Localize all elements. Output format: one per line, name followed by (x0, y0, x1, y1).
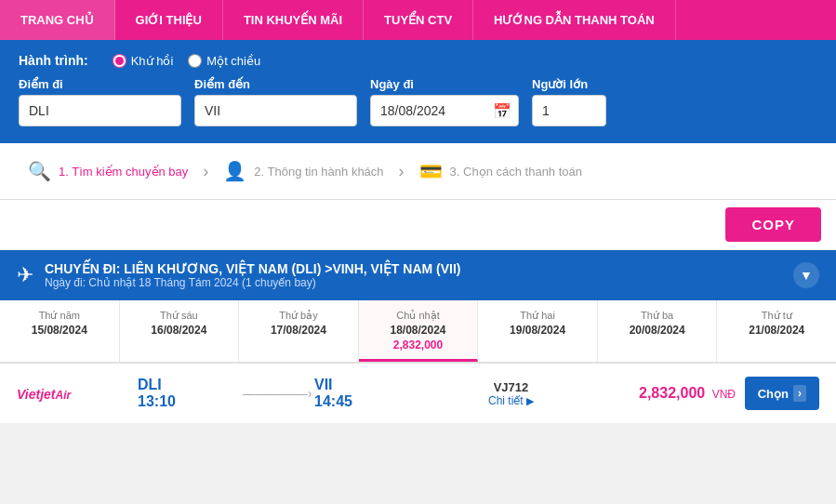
depart-time: 13:10 (138, 393, 240, 410)
flight-number: VJ712 (417, 380, 605, 394)
date-tab-1[interactable]: Thứ sáu 16/08/2024 (120, 300, 240, 362)
steps-wrapper: 🔍 1. Tìm kiếm chuyến bay › 👤 2. Thông ti… (0, 143, 836, 200)
ngay-di-group: Ngày đi 📅 (370, 77, 519, 126)
nav-huong-dan[interactable]: HƯỚNG DẪN THANH TOÁN (473, 0, 676, 40)
chi-tiet-link[interactable]: Chi tiết ▶ (417, 394, 605, 407)
date-val-0: 15/08/2024 (6, 324, 113, 337)
vietjet-logo: VietjetAir (17, 386, 138, 402)
copy-button[interactable]: COPY (725, 207, 821, 242)
flight-subtitle: Ngày đi: Chủ nhật 18 Tháng Tám 2024 (1 c… (45, 276, 461, 289)
ngay-di-label: Ngày đi (370, 77, 519, 91)
nav-tuyen-ctv[interactable]: TUYỂN CTV (364, 0, 473, 40)
price-val-3: 2,832,000 (365, 338, 472, 351)
step-3: 💳 3. Chọn cách thanh toán (419, 160, 582, 182)
search-fields: Điểm đi Điểm đến Ngày đi 📅 Người lớn (19, 77, 817, 126)
khu-hoi-radio[interactable]: Khứ hồi (113, 54, 174, 68)
flight-header-left: ✈ CHUYẾN ĐI: LIÊN KHƯƠNG, VIỆT NAM (DLI)… (17, 261, 461, 289)
flight-row: VietjetAir DLI 13:10 —————› VII 14:45 VJ… (0, 364, 836, 424)
step-2: 👤 2. Thông tin hành khách (223, 160, 383, 182)
select-col: Chọn › (736, 377, 819, 410)
day-name-2: Thứ bảy (245, 310, 352, 322)
date-val-4: 19/08/2024 (484, 324, 591, 337)
diem-den-label: Điểm đến (194, 77, 357, 91)
date-tabs: Thứ năm 15/08/2024 Thứ sáu 16/08/2024 Th… (0, 300, 836, 364)
date-val-6: 21/08/2024 (723, 324, 830, 337)
date-val-3: 18/08/2024 (365, 324, 472, 337)
diem-di-group: Điểm đi (19, 77, 181, 126)
person-icon: 👤 (223, 160, 246, 182)
search-panel: Hành trình: Khứ hồi Một chiều Điểm đi Đi… (0, 40, 836, 143)
copy-bar: COPY (0, 200, 836, 250)
date-tab-6[interactable]: Thứ tư 21/08/2024 (717, 300, 836, 362)
depart-code: DLI (138, 377, 240, 393)
payment-icon: 💳 (419, 160, 443, 182)
ngay-di-input[interactable] (370, 95, 519, 126)
day-name-1: Thứ sáu (126, 310, 233, 322)
date-wrapper: 📅 (370, 95, 519, 126)
navigation: TRANG CHỦ GIỚI THIỆU TIN KHUYẾN MÃI TUYỂ… (0, 0, 836, 40)
hanh-trinh-label: Hành trình: (19, 53, 88, 68)
route-arrow: —————› (240, 386, 314, 401)
step-1: 🔍 1. Tìm kiếm chuyến bay (28, 160, 188, 182)
step-2-label: 2. Thông tin hành khách (254, 165, 383, 179)
date-tab-3[interactable]: Chủ nhật 18/08/2024 2,832,000 (359, 300, 479, 362)
plane-icon: ✈ (17, 263, 33, 287)
route-arrow-col: —————› (240, 386, 314, 401)
search-icon: 🔍 (28, 160, 51, 182)
flight-info-col: VJ712 Chi tiết ▶ (417, 380, 605, 407)
flight-section: ✈ CHUYẾN ĐI: LIÊN KHƯƠNG, VIỆT NAM (DLI)… (0, 250, 836, 424)
step-arrow-2: › (399, 162, 405, 181)
chon-arrow-icon: › (793, 385, 806, 402)
nguoi-lon-group: Người lớn (532, 77, 606, 126)
steps-bar: 🔍 1. Tìm kiếm chuyến bay › 👤 2. Thông ti… (0, 143, 836, 200)
day-name-3: Chủ nhật (365, 310, 472, 322)
flight-header-info: CHUYẾN ĐI: LIÊN KHƯƠNG, VIỆT NAM (DLI) >… (45, 261, 461, 289)
date-val-1: 16/08/2024 (126, 324, 233, 337)
date-tab-5[interactable]: Thứ ba 20/08/2024 (598, 300, 718, 362)
date-tab-0[interactable]: Thứ năm 15/08/2024 (0, 300, 120, 362)
nguoi-lon-input[interactable] (532, 95, 606, 126)
airline-col: VietjetAir (17, 386, 138, 402)
arrive-time: 14:45 (314, 393, 417, 410)
date-val-5: 20/08/2024 (604, 324, 711, 337)
price-col: 2,832,000 VNĐ (605, 385, 736, 402)
flight-header: ✈ CHUYẾN ĐI: LIÊN KHƯƠNG, VIỆT NAM (DLI)… (0, 250, 836, 300)
nav-gioi-thieu[interactable]: GIỚI THIỆU (115, 0, 223, 40)
chevron-down-icon[interactable]: ▼ (793, 262, 819, 288)
date-val-2: 17/08/2024 (245, 324, 352, 337)
arrive-col: VII 14:45 (314, 377, 417, 410)
price-currency: VNĐ (712, 388, 736, 401)
day-name-6: Thứ tư (723, 310, 830, 322)
step-3-label: 3. Chọn cách thanh toán (450, 165, 582, 179)
diem-di-input[interactable] (19, 95, 181, 126)
day-name-4: Thứ hai (484, 310, 591, 322)
arrive-code: VII (314, 377, 417, 393)
mot-chieu-radio[interactable]: Một chiều (188, 54, 260, 68)
nguoi-lon-label: Người lớn (532, 77, 606, 91)
step-1-label: 1. Tìm kiếm chuyến bay (59, 165, 188, 179)
nav-trang-chu[interactable]: TRANG CHỦ (0, 0, 115, 40)
day-name-0: Thứ năm (6, 310, 113, 322)
depart-col: DLI 13:10 (138, 377, 240, 410)
trip-type-group: Khứ hồi Một chiều (113, 54, 261, 68)
chi-tiet-arrow-icon: ▶ (526, 395, 534, 406)
chon-button[interactable]: Chọn › (745, 377, 819, 410)
step-arrow-1: › (203, 162, 208, 181)
flight-price: 2,832,000 (639, 385, 705, 401)
diem-den-group: Điểm đến (194, 77, 357, 126)
nav-tin-khuyen-mai[interactable]: TIN KHUYẾN MÃI (223, 0, 364, 40)
arrow-line-icon: —————› (243, 386, 312, 401)
day-name-5: Thứ ba (604, 310, 711, 322)
diem-di-label: Điểm đi (19, 77, 181, 91)
flight-title: CHUYẾN ĐI: LIÊN KHƯƠNG, VIỆT NAM (DLI) >… (45, 261, 461, 276)
diem-den-input[interactable] (194, 95, 357, 126)
date-tab-4[interactable]: Thứ hai 19/08/2024 (478, 300, 598, 362)
date-tab-2[interactable]: Thứ bảy 17/08/2024 (239, 300, 359, 362)
